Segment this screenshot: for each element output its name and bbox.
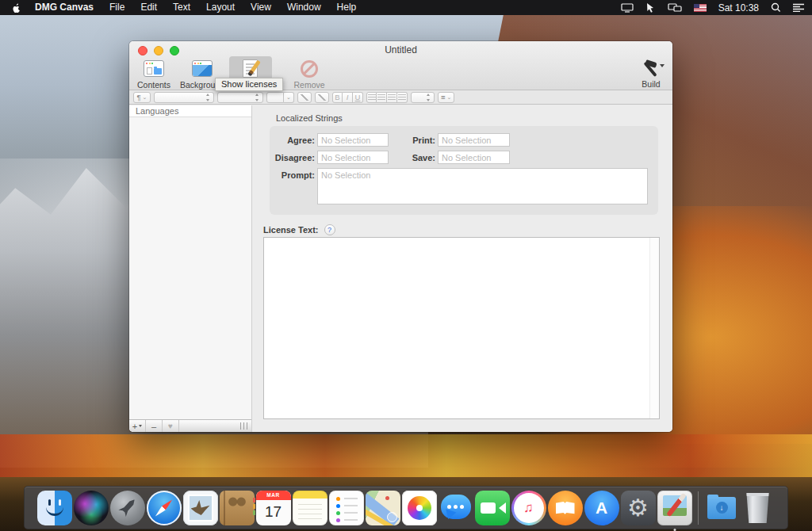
line-spacing-select[interactable] <box>411 92 435 103</box>
dock-item-dmg-canvas[interactable] <box>657 491 692 525</box>
bold-button[interactable]: B <box>332 92 343 103</box>
map-pin-icon <box>385 496 389 500</box>
apple-menu-icon[interactable] <box>6 2 27 13</box>
prompt-field[interactable] <box>317 168 648 204</box>
window-titlebar[interactable]: Untitled Contents Background Licenses <box>129 41 672 90</box>
license-text-box <box>263 237 660 419</box>
localized-strings-groupbox: Agree: Print: Disagree: Save: Prompt: <box>270 126 658 215</box>
license-text-label: License Text: <box>263 225 319 235</box>
dock-item-ibooks[interactable] <box>548 491 583 525</box>
align-center-button[interactable] <box>377 92 387 103</box>
dock: MAR 17 <box>24 486 788 529</box>
dock-item-calendar[interactable]: MAR 17 <box>256 491 291 525</box>
help-button[interactable]: ? <box>324 224 335 235</box>
dock-item-downloads[interactable] <box>704 491 739 525</box>
menu-item-file[interactable]: File <box>102 0 132 15</box>
menu-item-edit[interactable]: Edit <box>132 0 165 15</box>
app-window: Untitled Contents Background Licenses <box>129 41 672 432</box>
us-flag-icon[interactable] <box>694 4 707 12</box>
sidebar-header: Languages <box>129 105 251 117</box>
build-button[interactable]: Build <box>639 59 663 89</box>
languages-list <box>129 117 251 419</box>
dock-item-system-preferences[interactable] <box>621 491 656 525</box>
italic-button[interactable]: I <box>343 92 353 103</box>
dock-item-notes[interactable] <box>293 491 327 525</box>
dock-item-facetime[interactable] <box>475 491 510 525</box>
dock-item-photos[interactable] <box>402 491 437 525</box>
background-icon <box>190 59 214 78</box>
dock-item-trash[interactable] <box>741 491 776 525</box>
license-editor-pane: Localized Strings Agree: Print: Disagree… <box>252 105 672 432</box>
align-right-icon <box>388 94 396 101</box>
favorite-languages-button[interactable]: ♥ <box>163 420 179 432</box>
build-dropdown-caret-icon <box>660 64 665 67</box>
font-typeface-select[interactable] <box>217 92 263 103</box>
font-size-dropdown[interactable]: ⌄ <box>284 92 294 103</box>
dock-item-maps[interactable] <box>366 491 400 525</box>
align-left-icon <box>368 94 376 101</box>
disagree-field[interactable] <box>317 151 389 164</box>
resize-grip[interactable] <box>240 422 249 430</box>
dock-item-messages[interactable] <box>439 491 473 525</box>
airplay-display-icon[interactable] <box>621 3 634 13</box>
window-toolbar: Contents Background Licenses Remove <box>132 56 669 90</box>
sidebar-footer: + – ♥ <box>129 419 251 432</box>
spotlight-search-icon[interactable] <box>771 2 781 13</box>
downloads-folder-icon <box>707 497 736 519</box>
align-center-icon <box>377 94 385 101</box>
prompt-label: Prompt: <box>270 168 315 180</box>
menu-item-window[interactable]: Window <box>279 0 329 15</box>
font-size-field[interactable] <box>266 92 284 103</box>
align-right-button[interactable] <box>387 92 397 103</box>
languages-sidebar: Languages + – ♥ <box>129 105 252 432</box>
list-style-button[interactable]: ≡⌄ <box>438 92 454 103</box>
underline-button[interactable]: U <box>353 92 363 103</box>
menu-item-help[interactable]: Help <box>329 0 365 15</box>
dock-item-launchpad[interactable] <box>110 491 145 525</box>
dock-item-mail[interactable] <box>183 491 218 525</box>
dock-item-siri[interactable] <box>74 491 109 525</box>
print-label: Print: <box>392 136 435 145</box>
disagree-label: Disagree: <box>270 153 315 162</box>
align-justify-icon <box>398 94 406 101</box>
remove-button[interactable]: Remove <box>289 56 330 91</box>
displays-icon[interactable] <box>668 3 682 13</box>
license-text-area[interactable] <box>264 238 649 418</box>
dock-item-app-store[interactable] <box>584 491 619 525</box>
menu-item-layout[interactable]: Layout <box>198 0 243 15</box>
menu-item-view[interactable]: View <box>243 0 279 15</box>
dock-item-finder[interactable] <box>37 491 72 525</box>
menu-item-app[interactable]: DMG Canvas <box>27 0 102 15</box>
menu-item-text[interactable]: Text <box>165 0 198 15</box>
paragraph-style-button[interactable]: ¶⌄ <box>133 92 151 103</box>
section-title: Localized Strings <box>276 113 343 123</box>
text-background-color-well[interactable] <box>315 92 329 103</box>
dock-item-safari[interactable] <box>147 491 182 525</box>
save-field[interactable] <box>438 151 510 164</box>
print-field[interactable] <box>438 133 510 147</box>
menubar-clock[interactable]: Sat 10:38 <box>718 2 759 13</box>
font-family-select[interactable] <box>154 92 214 103</box>
align-justify-button[interactable] <box>397 92 408 103</box>
dock-item-itunes[interactable] <box>511 491 546 525</box>
remove-language-button[interactable]: – <box>146 420 163 432</box>
notification-center-icon[interactable] <box>793 3 804 12</box>
speech-bubble-icon <box>441 495 471 519</box>
dock-item-contacts[interactable] <box>220 491 255 525</box>
calendar-month: MAR <box>256 491 291 500</box>
add-language-button[interactable]: + <box>129 420 146 432</box>
text-color-well[interactable] <box>297 92 312 103</box>
stepper-icon <box>205 94 211 101</box>
agree-field[interactable] <box>317 133 389 147</box>
licenses-icon <box>239 59 262 78</box>
align-left-button[interactable] <box>366 92 377 103</box>
remote-pointer-icon[interactable] <box>645 2 656 13</box>
dock-item-reminders[interactable] <box>329 491 364 525</box>
contents-button[interactable]: Contents <box>132 56 175 91</box>
text-format-bar: ¶⌄ ⌄ B I U ≡⌄ <box>129 90 672 105</box>
maps-3d-icon <box>387 512 397 522</box>
stepper-icon <box>426 94 431 101</box>
tooltip: Show licenses <box>215 78 283 91</box>
window-title: Untitled <box>129 44 672 55</box>
stepper-icon <box>255 94 260 101</box>
